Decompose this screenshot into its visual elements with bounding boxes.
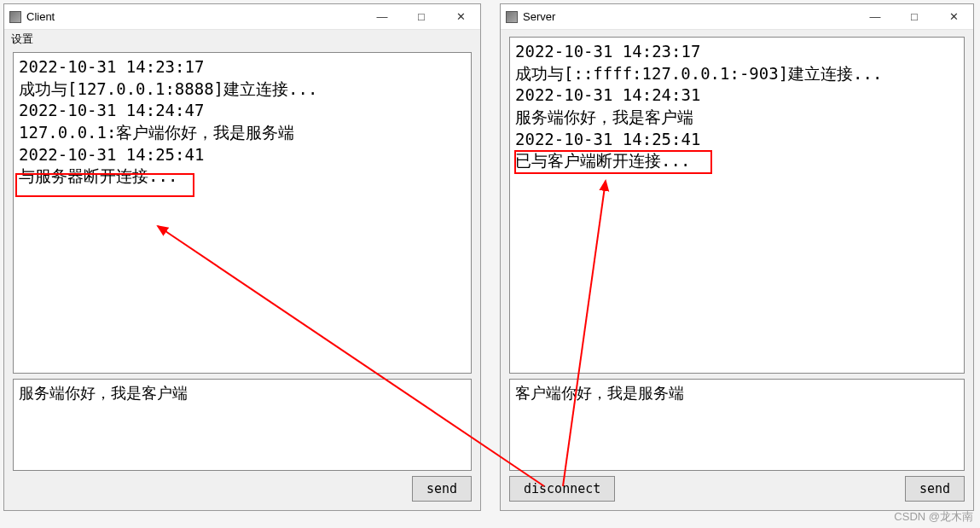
client-window: Client — □ ✕ 设置 2022-10-31 14:23:17 成功与[… (3, 3, 481, 511)
minimize-button[interactable]: — (855, 4, 895, 29)
watermark-text: CSDN @龙木南 (894, 509, 973, 525)
client-button-row: send (13, 476, 472, 502)
minimize-button[interactable]: — (362, 4, 402, 29)
client-titlebar[interactable]: Client — □ ✕ (4, 4, 480, 30)
close-button[interactable]: ✕ (934, 4, 973, 29)
menu-settings[interactable]: 设置 (11, 32, 33, 47)
server-window-title: Server (523, 10, 855, 23)
app-icon (506, 11, 518, 23)
app-icon (9, 11, 21, 23)
client-input-textarea[interactable]: 服务端你好，我是客户端 (13, 379, 472, 471)
client-log-textarea[interactable]: 2022-10-31 14:23:17 成功与[127.0.0.1:8888]建… (13, 52, 472, 374)
window-controls: — □ ✕ (362, 4, 480, 29)
client-menubar: 设置 (4, 30, 480, 49)
close-button[interactable]: ✕ (441, 4, 480, 29)
server-titlebar[interactable]: Server — □ ✕ (501, 4, 973, 30)
server-input-textarea[interactable]: 客户端你好，我是服务端 (509, 379, 965, 471)
server-disconnect-button[interactable]: disconnect (509, 476, 615, 502)
server-button-row: disconnect send (509, 476, 965, 502)
maximize-button[interactable]: □ (895, 4, 934, 29)
server-log-textarea[interactable]: 2022-10-31 14:23:17 成功与[::ffff:127.0.0.1… (509, 37, 965, 374)
client-body: 2022-10-31 14:23:17 成功与[127.0.0.1:8888]建… (4, 49, 480, 510)
server-window: Server — □ ✕ 2022-10-31 14:23:17 成功与[::f… (500, 3, 974, 511)
client-window-title: Client (26, 10, 362, 23)
window-controls: — □ ✕ (855, 4, 973, 29)
server-send-button[interactable]: send (905, 476, 965, 502)
client-send-button[interactable]: send (412, 476, 472, 502)
maximize-button[interactable]: □ (402, 4, 441, 29)
server-body: 2022-10-31 14:23:17 成功与[::ffff:127.0.0.1… (501, 30, 973, 510)
